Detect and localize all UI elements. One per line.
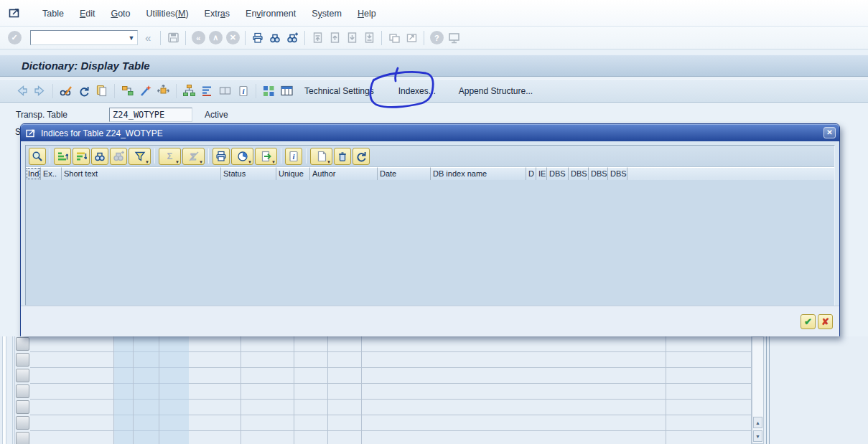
column-header-d[interactable]: D <box>526 167 536 180</box>
menu-item-extras[interactable]: Extras <box>197 6 238 22</box>
cancel-button[interactable]: ✕ <box>224 29 241 47</box>
column-header-dbs[interactable]: DBS <box>569 167 589 180</box>
row-selector[interactable] <box>16 369 29 382</box>
row-selector[interactable] <box>16 353 29 367</box>
append-structure-button[interactable]: Append Structure... <box>450 82 541 100</box>
set-filter-button[interactable]: ▼ <box>129 148 151 165</box>
customize-layout-button[interactable] <box>445 29 462 47</box>
dropdown-arrow-icon[interactable]: ▼ <box>145 160 149 164</box>
column-header-dbs[interactable]: DBS <box>547 167 569 180</box>
row-selector[interactable] <box>16 337 29 351</box>
detail-view-button[interactable] <box>216 82 234 100</box>
create-index-button[interactable]: ▼ <box>310 148 332 165</box>
where-used-button[interactable] <box>154 82 172 100</box>
sort-ascending-button[interactable] <box>54 148 71 165</box>
generate-shortcut-icon <box>406 32 418 44</box>
find-next-button[interactable] <box>110 148 127 165</box>
column-header-dbs[interactable]: DBS <box>608 167 627 180</box>
generate-shortcut-button[interactable] <box>403 29 420 47</box>
menu-item-utilitiesm[interactable]: Utilities(M) <box>139 6 197 22</box>
information-button[interactable]: i <box>234 82 252 100</box>
display-change-button[interactable] <box>57 82 75 100</box>
dropdown-arrow-icon[interactable]: ▼ <box>199 160 203 164</box>
table-columns-button[interactable] <box>278 82 296 100</box>
row-selector[interactable] <box>16 384 29 398</box>
column-header-author[interactable]: Author <box>310 167 378 180</box>
create-subobject-icon <box>121 84 134 98</box>
row-selector[interactable] <box>16 400 29 414</box>
row-selector[interactable] <box>16 416 29 430</box>
page-up-button[interactable] <box>326 29 343 47</box>
exit-button[interactable]: ∧ <box>207 29 224 47</box>
sort-descending-button[interactable] <box>73 148 90 165</box>
copy-button[interactable] <box>93 82 111 100</box>
column-header-unique[interactable]: Unique <box>276 167 310 180</box>
column-header-dbs[interactable]: DBS <box>589 167 608 180</box>
chevron-down-icon[interactable]: ▼ <box>126 34 137 42</box>
technical-settings-button[interactable]: Technical Settings <box>296 82 383 100</box>
total-button[interactable]: Σ▼ <box>159 148 181 165</box>
menu-item-edit[interactable]: Edit <box>72 6 103 22</box>
dropdown-arrow-icon[interactable]: ▼ <box>248 160 252 164</box>
dialog-toolbar: ▼Σ▼Σ▼▼▼i▼ <box>26 146 834 167</box>
column-header-shorttext[interactable]: Short text <box>62 167 221 180</box>
dropdown-arrow-icon[interactable]: ▼ <box>175 160 179 164</box>
menu-item-table[interactable]: Table <box>34 6 72 22</box>
menu-item-environment[interactable]: Environment <box>238 6 304 22</box>
views-button[interactable]: ▼ <box>231 148 253 165</box>
print-button[interactable] <box>249 29 266 47</box>
nav-forward-button[interactable] <box>31 82 49 100</box>
find-button[interactable] <box>266 29 284 47</box>
command-field[interactable]: ▼ <box>30 30 138 45</box>
nav-back-button[interactable] <box>13 82 31 100</box>
activate-button[interactable] <box>136 82 154 100</box>
activate-icon <box>139 84 152 98</box>
command-input[interactable] <box>31 32 126 44</box>
column-header-dbindexname[interactable]: DB index name <box>431 167 526 180</box>
menu-item-goto[interactable]: Goto <box>103 6 138 22</box>
save-button[interactable] <box>164 29 182 47</box>
column-header-date[interactable]: Date <box>378 167 431 180</box>
page-down-button[interactable] <box>343 29 360 47</box>
first-page-button[interactable] <box>309 29 326 47</box>
enter-button[interactable]: ✓ <box>6 29 23 47</box>
export-button[interactable]: ▼ <box>255 148 277 165</box>
column-header-ie[interactable]: IE <box>536 167 547 180</box>
back-button[interactable]: « <box>190 29 207 47</box>
column-header-ex[interactable]: Ex.. <box>41 167 62 180</box>
column-header-status[interactable]: Status <box>221 167 276 180</box>
key-columns-tint <box>113 336 189 444</box>
scroll-down-icon[interactable]: ▼ <box>753 430 762 442</box>
refresh-button[interactable] <box>75 82 93 100</box>
sort-fields-button[interactable] <box>198 82 216 100</box>
details-button[interactable] <box>29 148 46 165</box>
column-header-ind[interactable]: Ind <box>26 167 41 180</box>
refresh-button[interactable] <box>353 148 370 165</box>
collapse-toolbar-icon[interactable]: « <box>145 32 151 44</box>
row-selector[interactable] <box>16 432 29 444</box>
find-next-button[interactable] <box>284 29 301 47</box>
indexes-button[interactable]: Indexes... <box>390 82 444 100</box>
menu-item-system[interactable]: System <box>304 6 350 22</box>
dropdown-arrow-icon[interactable]: ▼ <box>327 160 331 164</box>
table-name-field[interactable]: Z24_WOTYPE <box>109 108 192 122</box>
scroll-up-icon[interactable]: ▲ <box>753 417 762 428</box>
new-session-button[interactable] <box>386 29 403 47</box>
field-graphic-button[interactable] <box>260 82 278 100</box>
dropdown-arrow-icon[interactable]: ▼ <box>271 160 276 164</box>
close-icon[interactable]: ✕ <box>823 127 836 138</box>
last-page-button[interactable] <box>360 29 378 47</box>
vertical-scrollbar[interactable]: ▲ ▼ <box>752 336 764 444</box>
information-button[interactable]: i <box>285 148 302 165</box>
delete-index-icon <box>337 151 348 162</box>
create-subobject-button[interactable] <box>118 82 136 100</box>
cancel-button[interactable]: ✘ <box>818 314 833 329</box>
subtotal-button[interactable]: Σ▼ <box>182 148 205 165</box>
find-button[interactable] <box>91 148 108 165</box>
print-button[interactable] <box>213 148 230 165</box>
help-button[interactable]: ? <box>428 29 445 47</box>
menu-item-help[interactable]: Help <box>350 6 384 22</box>
hierarchy-button[interactable] <box>180 82 198 100</box>
delete-index-button[interactable] <box>334 148 351 165</box>
confirm-button[interactable]: ✔ <box>801 314 816 329</box>
